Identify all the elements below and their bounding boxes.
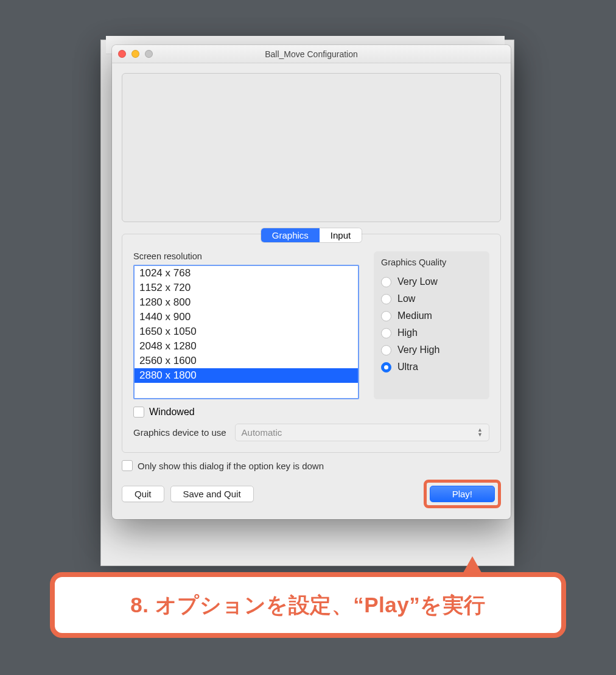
radio-label: Very Low — [397, 276, 438, 287]
list-item[interactable]: 2048 x 1280 — [135, 339, 358, 354]
radio-icon — [381, 362, 391, 372]
panel-row: Screen resolution 1024 x 768 1152 x 720 … — [133, 251, 489, 399]
radio-icon — [381, 328, 391, 338]
checkbox-icon — [133, 407, 144, 418]
resolution-column: Screen resolution 1024 x 768 1152 x 720 … — [133, 251, 359, 399]
quality-option-high[interactable]: High — [381, 324, 482, 341]
tab-input[interactable]: Input — [320, 228, 362, 242]
footer: Quit Save and Quit Play! — [122, 480, 501, 508]
list-item[interactable]: 2880 x 1800 — [135, 368, 358, 383]
quality-option-ultra[interactable]: Ultra — [381, 358, 482, 376]
tabs: Graphics Input — [122, 228, 501, 242]
chevron-updown-icon: ▲▼ — [477, 428, 483, 437]
radio-label: Medium — [397, 310, 432, 321]
quality-label: Graphics Quality — [381, 257, 482, 267]
radio-icon — [381, 345, 391, 355]
device-select[interactable]: Automatic ▲▼ — [235, 424, 489, 441]
list-item[interactable]: 1440 x 900 — [135, 310, 358, 324]
list-item[interactable]: 1650 x 1050 — [135, 324, 358, 339]
only-show-label: Only show this dialog if the option key … — [138, 461, 324, 471]
close-icon[interactable] — [118, 50, 126, 58]
quality-column: Graphics Quality Very Low Low Medium — [374, 251, 489, 399]
list-item[interactable]: 2560 x 1600 — [135, 354, 358, 368]
list-item[interactable]: 1024 x 768 — [135, 266, 358, 281]
device-value: Automatic — [242, 427, 282, 438]
resolution-listbox[interactable]: 1024 x 768 1152 x 720 1280 x 800 1440 x … — [133, 265, 359, 399]
windowed-label: Windowed — [149, 407, 195, 418]
window-body: Graphics Input Screen resolution 1024 x … — [112, 63, 511, 519]
quality-option-very-low[interactable]: Very Low — [381, 273, 482, 290]
tabstrip: Graphics Input — [261, 228, 362, 242]
device-row: Graphics device to use Automatic ▲▼ — [133, 424, 489, 441]
radio-icon — [381, 277, 391, 287]
quality-option-low[interactable]: Low — [381, 290, 482, 307]
list-item[interactable]: 1280 x 800 — [135, 295, 358, 310]
radio-icon — [381, 294, 391, 304]
preview-box — [122, 73, 501, 222]
play-highlight-box: Play! — [424, 480, 501, 508]
save-and-quit-button[interactable]: Save and Quit — [170, 486, 254, 502]
radio-label: Ultra — [397, 362, 418, 372]
list-item[interactable]: 1152 x 720 — [135, 281, 358, 295]
play-button[interactable]: Play! — [430, 486, 495, 502]
tab-graphics[interactable]: Graphics — [261, 228, 320, 242]
graphics-panel: Screen resolution 1024 x 768 1152 x 720 … — [122, 234, 501, 453]
quit-button[interactable]: Quit — [122, 486, 164, 502]
quality-option-medium[interactable]: Medium — [381, 307, 482, 324]
radio-label: Low — [397, 293, 415, 304]
resolution-label: Screen resolution — [133, 251, 359, 261]
radio-label: High — [397, 327, 418, 338]
checkbox-icon — [122, 460, 133, 471]
radio-label: Very High — [397, 344, 439, 355]
minimize-icon[interactable] — [131, 50, 139, 58]
titlebar: Ball_Move Configuration — [112, 45, 511, 63]
only-show-row[interactable]: Only show this dialog if the option key … — [122, 460, 501, 471]
traffic-lights — [118, 50, 153, 58]
config-window: Ball_Move Configuration Graphics Input S… — [112, 45, 511, 519]
device-label: Graphics device to use — [133, 427, 226, 438]
radio-icon — [381, 311, 391, 321]
windowed-row[interactable]: Windowed — [133, 407, 489, 418]
quality-option-very-high[interactable]: Very High — [381, 341, 482, 358]
maximize-icon — [145, 50, 153, 58]
window-title: Ball_Move Configuration — [112, 49, 511, 59]
callout-text: 8. オプションを設定、“Play”を実行 — [130, 591, 485, 620]
callout-box: 8. オプションを設定、“Play”を実行 — [50, 572, 566, 638]
